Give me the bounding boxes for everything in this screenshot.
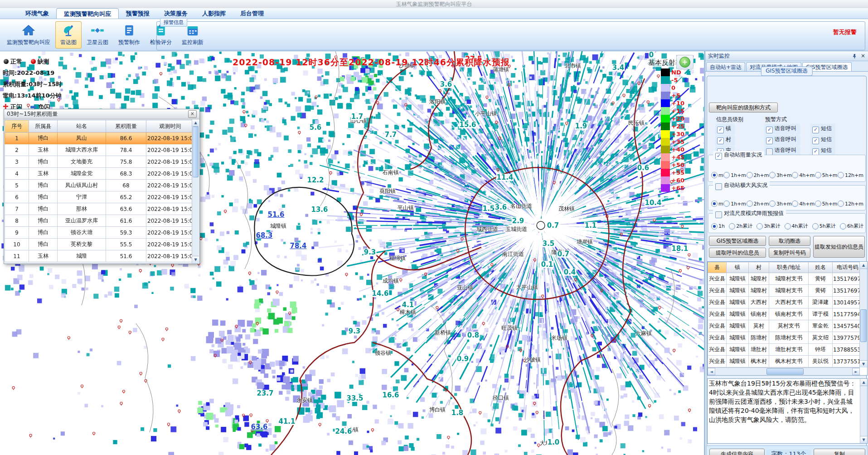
column-header[interactable]: 观测时间 (146, 120, 194, 132)
contact-row[interactable]: 兴业县城隍镇莫村莫村支书覃金乾134575405 (708, 320, 863, 332)
panel-tab-0[interactable]: 自动站+雷达 (706, 62, 745, 71)
radio-3h累计[interactable]: 3h累计 (756, 223, 780, 230)
radio-6h累计[interactable]: 6h累计 (840, 223, 863, 230)
column-header[interactable]: 姓名 (809, 262, 833, 273)
voice-call-1-checkbox[interactable]: ✓ (766, 137, 773, 144)
radio-1h+m[interactable]: 1h+m (723, 172, 746, 178)
radio-4h累计[interactable]: 4h累计 (785, 223, 808, 230)
scrollbar-thumb[interactable] (766, 368, 804, 375)
close-icon[interactable]: × (861, 51, 865, 61)
radio-m[interactable]: m (711, 201, 723, 207)
contact-row[interactable]: 兴业县城隍镇枫木村枫木村支书吴以悦137375511 (708, 356, 863, 367)
radio-circle[interactable] (723, 172, 730, 178)
scroll-down-icon[interactable]: ▼ (860, 360, 867, 367)
radio-circle[interactable] (711, 172, 718, 178)
voice-call-2-checkbox[interactable]: ✓ (766, 148, 773, 155)
level-1-checkbox[interactable]: ✓ (717, 137, 724, 144)
scroll-right-icon[interactable]: ► (852, 368, 860, 375)
menu-tab-1[interactable]: 监测预警靶向叫应 (56, 8, 119, 19)
gis-select-button[interactable]: GIS预警区域圈选 (709, 236, 766, 246)
sms-2-checkbox[interactable]: ✓ (812, 148, 819, 155)
table-row[interactable]: 6博白宁潭65.22022-08-19 15:00 (5, 191, 194, 203)
generate-message-button[interactable]: 生成信息内容 (709, 449, 765, 455)
radio-circle[interactable] (747, 172, 753, 178)
table-row[interactable]: 7博白那林63.62022-08-19 15:00 (5, 203, 194, 215)
radio-4h+m[interactable]: 4h+m (792, 172, 815, 178)
scrollbar-thumb[interactable] (193, 127, 199, 177)
close-icon[interactable]: × (188, 110, 197, 118)
rain-table-titlebar[interactable]: 03时~15时累积雨量 × (4, 109, 199, 119)
column-header[interactable]: 站名 (58, 120, 106, 132)
rain-group-checkbox[interactable]: ✓ (715, 153, 722, 160)
message-scrollbar[interactable]: ▲ ▼ (860, 379, 867, 443)
table-row[interactable]: 9博白顿谷大塘59.32022-08-19 15:00 (5, 227, 194, 239)
table-row[interactable]: 10博白英桥文黎55.52022-08-19 15:00 (5, 239, 194, 250)
column-header[interactable]: 累积雨量 (106, 120, 146, 132)
radio-circle[interactable] (838, 172, 844, 178)
tool-button-3[interactable]: 预警制作 (113, 21, 145, 49)
pin-icon[interactable] (852, 54, 857, 59)
radio-circle[interactable] (769, 172, 776, 178)
contact-table-hscrollbar[interactable]: ◄ ► (708, 367, 860, 375)
table-row[interactable]: 3博白文地姜充75.82022-08-19 15:00 (5, 156, 194, 168)
copy-call-numbers-button[interactable]: 复制呼叫号码 (769, 248, 810, 258)
cancel-select-button[interactable]: 取消圈选 (769, 236, 810, 246)
radio-circle[interactable] (756, 223, 763, 230)
column-header[interactable]: 县 (708, 262, 727, 273)
contact-row[interactable]: 兴业县城隍镇镇南村镇南村支书谭于模151775946 (708, 308, 863, 320)
tool-button-0[interactable]: 监测预警靶向叫应 (2, 21, 55, 49)
extract-call-informer-button[interactable]: 提取呼叫的信息员 (709, 248, 766, 258)
radio-1h[interactable]: 1h (711, 223, 725, 230)
radio-4h+m[interactable]: 4h+m (792, 201, 815, 207)
scroll-up-icon[interactable]: ▲ (860, 379, 867, 386)
radio-2h+m[interactable]: 2h+m (747, 201, 769, 207)
contact-row[interactable]: 兴业县城隍镇陈塘村陈塘村支书莫文绍139775796 (708, 332, 863, 344)
model-group-checkbox[interactable]: ✓ (715, 211, 722, 218)
contact-table-vscrollbar[interactable]: ▲ ▼ (859, 262, 867, 367)
menu-tab-3[interactable]: 决策服务 (157, 8, 195, 19)
table-row[interactable]: 2玉林城隍大西水库78.42022-08-19 15:00 (5, 144, 194, 156)
radio-3h+m[interactable]: 3h+m (769, 172, 792, 178)
table-row[interactable]: 11玉林城隍51.62022-08-19 15:00 (5, 250, 194, 262)
column-header[interactable]: 序号 (5, 120, 29, 132)
menu-tab-4[interactable]: 人影指挥 (195, 8, 233, 19)
radio-12h+m[interactable]: 12h+m (838, 172, 863, 178)
column-header[interactable]: 村 (749, 262, 769, 273)
contact-row[interactable]: 兴业县城隍镇大西村大西村支书梁泽建130149571 (708, 297, 863, 308)
radio-circle[interactable] (723, 201, 730, 207)
extract-sms-informer-button[interactable]: 提取发短信的信息员 (813, 236, 865, 258)
radio-5h累计[interactable]: 5h累计 (812, 223, 836, 230)
scrollbar-thumb[interactable] (860, 309, 867, 342)
radio-3h+m[interactable]: 3h+m (769, 201, 792, 207)
radio-5h+m[interactable]: 5h+m (815, 172, 838, 178)
column-header[interactable]: 电话号码 (833, 262, 863, 273)
table-row[interactable]: 5博白凤山镇凤山村682022-08-19 15:00 (5, 180, 194, 191)
contact-row[interactable]: 兴业县城隍镇城隍村城隍村支书黄铸135176975 (708, 285, 863, 297)
table-row[interactable]: 4玉林城隍金党68.32022-08-19 15:00 (5, 168, 194, 180)
sms-1-checkbox[interactable]: ✓ (812, 137, 819, 144)
radio-circle[interactable] (711, 223, 718, 230)
menu-tab-5[interactable]: 后台管理 (233, 8, 271, 19)
copy-button[interactable]: 复制 (814, 449, 865, 455)
column-header[interactable]: 职务/地址 (769, 262, 809, 273)
radio-m[interactable]: m (711, 172, 723, 178)
contact-row[interactable]: 兴业县城隍镇塘肚村塘肚村支书钟塔137885534 (708, 344, 863, 356)
menu-tab-0[interactable]: 环境气象 (18, 8, 56, 19)
column-header[interactable]: 镇 (727, 262, 749, 273)
radio-2h+m[interactable]: 2h+m (747, 172, 769, 178)
voice-call-0-checkbox[interactable]: ✓ (766, 127, 773, 133)
sms-0-checkbox[interactable]: ✓ (812, 127, 819, 133)
level-0-checkbox[interactable]: ✓ (717, 127, 724, 133)
rain-table-scrollbar[interactable]: ▲ ▼ (192, 119, 199, 263)
radio-2h累计[interactable]: 2h累计 (729, 223, 752, 230)
radio-circle[interactable] (785, 223, 791, 230)
radio-circle[interactable] (815, 172, 821, 178)
radio-circle[interactable] (812, 223, 819, 230)
table-row[interactable]: 8博白亚山温罗水库61.62022-08-19 15:00 (5, 215, 194, 227)
radio-circle[interactable] (838, 201, 844, 207)
tool-button-2[interactable]: 卫星云图 (82, 21, 113, 49)
radio-circle[interactable] (711, 201, 718, 207)
scroll-down-icon[interactable]: ▼ (192, 256, 199, 263)
radio-circle[interactable] (840, 223, 846, 230)
tool-button-1[interactable]: 雷达图 (55, 21, 82, 49)
